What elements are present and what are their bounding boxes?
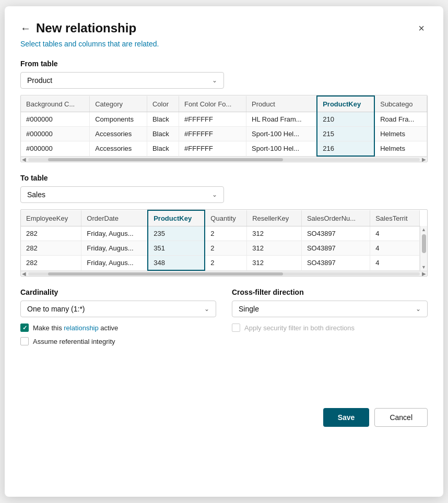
to-table-row: 282 Friday, Augus... 235 2 312 SO43897 4 bbox=[21, 226, 420, 241]
from-table-dropdown[interactable]: Product ⌄ bbox=[20, 72, 224, 89]
to-cell: 2 bbox=[205, 241, 246, 256]
to-table-container: EmployeeKey OrderDate ProductKey Quantit… bbox=[20, 209, 428, 277]
to-col-0[interactable]: EmployeeKey bbox=[21, 210, 81, 226]
to-col-6[interactable]: SalesTerrit bbox=[370, 210, 420, 226]
security-filter-checkbox bbox=[232, 324, 240, 332]
from-cell: Sport-100 Hel... bbox=[246, 127, 317, 141]
save-button[interactable]: Save bbox=[323, 408, 370, 427]
relationship-link[interactable]: relationship bbox=[64, 324, 99, 332]
to-cell: 4 bbox=[370, 226, 420, 241]
from-table-container: Background C... Category Color Font Colo… bbox=[20, 95, 428, 162]
from-table-scrollbar[interactable]: ◀ ▶ bbox=[21, 157, 427, 162]
from-col-5-active[interactable]: ProductKey bbox=[317, 96, 374, 112]
from-col-2[interactable]: Color bbox=[147, 96, 179, 112]
to-table-dropdown[interactable]: Sales ⌄ bbox=[20, 186, 224, 203]
to-cell: Friday, Augus... bbox=[81, 256, 148, 271]
scroll-up-icon[interactable]: ▲ bbox=[421, 227, 426, 232]
close-button[interactable]: × bbox=[415, 21, 428, 35]
dialog-title: New relationship bbox=[36, 21, 136, 35]
to-table-row: 282 Friday, Augus... 351 2 312 SO43897 4 bbox=[21, 241, 420, 256]
title-row: ← New relationship bbox=[20, 21, 136, 35]
security-filter-row: Apply security filter in both directions bbox=[232, 324, 428, 332]
from-col-3[interactable]: Font Color Fo... bbox=[179, 96, 246, 112]
to-cell: Friday, Augus... bbox=[81, 241, 148, 256]
from-cell: Helmets bbox=[374, 127, 427, 141]
to-table-row: 282 Friday, Augus... 348 2 312 SO43897 4 bbox=[21, 256, 420, 271]
to-cell: 2 bbox=[205, 256, 246, 271]
new-relationship-dialog: ← New relationship × Select tables and c… bbox=[5, 6, 443, 497]
to-col-1[interactable]: OrderDate bbox=[81, 210, 148, 226]
to-cell: Friday, Augus... bbox=[81, 226, 148, 241]
dialog-footer: Save Cancel bbox=[20, 408, 428, 427]
crossfilter-dropdown[interactable]: Single ⌄ bbox=[232, 301, 428, 317]
from-cell: Black bbox=[147, 141, 179, 157]
to-cell: SO43897 bbox=[301, 256, 370, 271]
from-cell: Black bbox=[147, 112, 179, 127]
crossfilter-chevron-icon: ⌄ bbox=[416, 305, 421, 313]
from-cell: Black bbox=[147, 127, 179, 141]
from-cell-active: 210 bbox=[317, 112, 374, 127]
to-cell: 312 bbox=[247, 256, 302, 271]
from-table: Background C... Category Color Font Colo… bbox=[21, 95, 427, 157]
from-cell: #FFFFFF bbox=[179, 112, 246, 127]
from-cell: #FFFFFF bbox=[179, 141, 246, 157]
from-table-value: Product bbox=[27, 76, 52, 85]
from-col-0[interactable]: Background C... bbox=[21, 96, 90, 112]
to-table-header-row: EmployeeKey OrderDate ProductKey Quantit… bbox=[21, 210, 420, 226]
to-table-scrollbar[interactable]: ◀ ▶ bbox=[21, 271, 427, 276]
to-col-2-active[interactable]: ProductKey bbox=[148, 210, 205, 226]
crossfilter-label: Cross-filter direction bbox=[232, 288, 428, 296]
to-cell: 282 bbox=[21, 226, 81, 241]
from-cell: Accessories bbox=[90, 141, 147, 157]
cardinality-label: Cardinality bbox=[20, 288, 216, 296]
from-col-1[interactable]: Category bbox=[90, 96, 147, 112]
to-cell: 282 bbox=[21, 241, 81, 256]
to-col-5[interactable]: SalesOrderNu... bbox=[301, 210, 370, 226]
to-cell: 4 bbox=[370, 256, 420, 271]
to-table: EmployeeKey OrderDate ProductKey Quantit… bbox=[21, 210, 420, 271]
from-cell: Components bbox=[90, 112, 147, 127]
from-cell: #000000 bbox=[21, 127, 90, 141]
from-table-label: From table bbox=[20, 59, 428, 68]
cardinality-value: One to many (1:*) bbox=[27, 305, 85, 313]
crossfilter-section: Cross-filter direction Single ⌄ Apply se… bbox=[232, 288, 428, 345]
from-cell: #000000 bbox=[21, 112, 90, 127]
cardinality-dropdown[interactable]: One to many (1:*) ⌄ bbox=[20, 301, 216, 317]
from-table-scroll[interactable]: Background C... Category Color Font Colo… bbox=[21, 95, 427, 157]
security-filter-label: Apply security filter in both directions bbox=[244, 324, 355, 332]
to-cell: 312 bbox=[247, 241, 302, 256]
from-table-row: #000000 Components Black #FFFFFF HL Road… bbox=[21, 112, 427, 127]
to-table-chevron-icon: ⌄ bbox=[212, 191, 217, 198]
scroll-down-icon[interactable]: ▼ bbox=[421, 265, 426, 270]
from-table-row: #000000 Accessories Black #FFFFFF Sport-… bbox=[21, 127, 427, 141]
referential-label: Assume referential integrity bbox=[33, 338, 115, 345]
from-cell: Sport-100 Hel... bbox=[246, 141, 317, 157]
from-col-6[interactable]: Subcatego bbox=[374, 96, 427, 112]
to-table-vertical-scrollbar[interactable]: ▲ ▼ bbox=[420, 226, 427, 271]
back-button[interactable]: ← bbox=[20, 22, 31, 34]
from-cell: #000000 bbox=[21, 141, 90, 157]
make-active-label: Make this relationship active bbox=[33, 324, 118, 332]
to-cell-active: 351 bbox=[148, 241, 205, 256]
to-col-3[interactable]: Quantity bbox=[205, 210, 246, 226]
from-table-chevron-icon: ⌄ bbox=[212, 77, 217, 84]
to-cell: SO43897 bbox=[301, 241, 370, 256]
from-cell: Road Fra... bbox=[374, 112, 427, 127]
to-table-scroll[interactable]: EmployeeKey OrderDate ProductKey Quantit… bbox=[21, 210, 427, 271]
make-active-checkbox[interactable] bbox=[20, 324, 29, 332]
crossfilter-value: Single bbox=[239, 305, 259, 313]
dialog-header: ← New relationship × bbox=[20, 21, 428, 35]
to-col-4[interactable]: ResellerKey bbox=[247, 210, 302, 226]
referential-checkbox[interactable] bbox=[20, 337, 29, 345]
from-col-4[interactable]: Product bbox=[246, 96, 317, 112]
to-cell: 4 bbox=[370, 241, 420, 256]
to-cell: 2 bbox=[205, 226, 246, 241]
from-cell: Accessories bbox=[90, 127, 147, 141]
from-table-header-row: Background C... Category Color Font Colo… bbox=[21, 96, 427, 112]
to-cell: 282 bbox=[21, 256, 81, 271]
cancel-button[interactable]: Cancel bbox=[374, 408, 428, 427]
from-cell: Helmets bbox=[374, 141, 427, 157]
dialog-subtitle: Select tables and columns that are relat… bbox=[20, 40, 428, 48]
scroll-thumb[interactable] bbox=[422, 234, 426, 253]
from-table-row: #000000 Accessories Black #FFFFFF Sport-… bbox=[21, 141, 427, 157]
